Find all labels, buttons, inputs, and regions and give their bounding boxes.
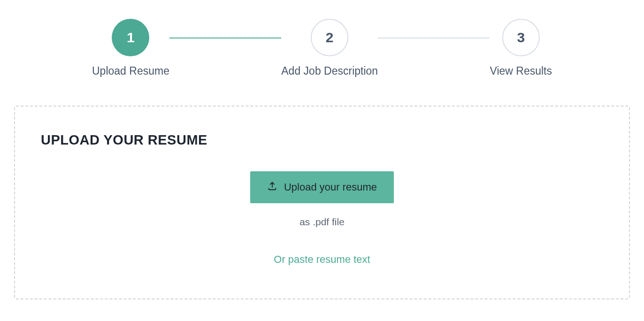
step-label-1: Upload Resume [92, 65, 169, 77]
step-add-job-description[interactable]: 2 Add Job Description [281, 19, 378, 77]
paste-resume-text-link[interactable]: Or paste resume text [274, 253, 370, 266]
connector-2-3 [378, 38, 490, 38]
connector-1-2 [169, 38, 281, 38]
step-number-2: 2 [311, 19, 348, 56]
progress-stepper: 1 Upload Resume 2 Add Job Description 3 … [64, 19, 580, 77]
step-number-1: 1 [112, 19, 149, 56]
file-type-hint: as .pdf file [299, 216, 345, 228]
upload-inner: Upload your resume as .pdf file Or paste… [41, 171, 603, 266]
step-label-2: Add Job Description [281, 65, 378, 77]
upload-panel: UPLOAD YOUR RESUME Upload your resume as… [14, 106, 630, 299]
step-label-3: View Results [490, 65, 552, 77]
step-number-3: 3 [502, 19, 540, 56]
step-upload-resume[interactable]: 1 Upload Resume [92, 19, 169, 77]
upload-resume-button[interactable]: Upload your resume [250, 171, 394, 203]
panel-title: UPLOAD YOUR RESUME [41, 132, 603, 148]
upload-button-label: Upload your resume [284, 181, 377, 193]
step-view-results[interactable]: 3 View Results [490, 19, 552, 77]
upload-icon [267, 181, 277, 194]
